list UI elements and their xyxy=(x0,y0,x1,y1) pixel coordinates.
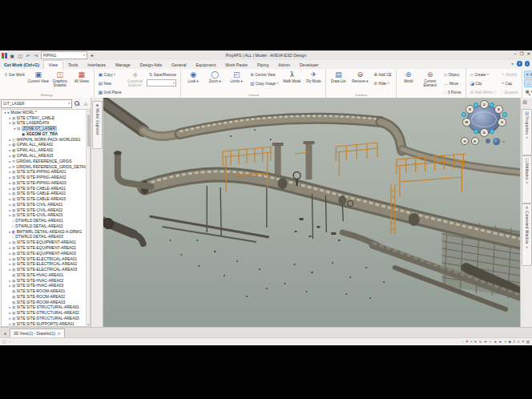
tree-item-site-site-electrical-area01[interactable]: ▸▦SITE SITE-ELECTRICAL-AREA01 xyxy=(2,256,90,262)
tab-piping[interactable]: Piping xyxy=(252,61,273,69)
nav-south-knob[interactable]: S xyxy=(498,118,506,127)
3d-viewport[interactable]: U N E W S D ⊕ ⊕ ▲ xyxy=(103,98,520,327)
tree-item-site-site-structural-area01[interactable]: ▸▦SITE SITE-STRUCTURAL-AREA01 xyxy=(2,305,90,311)
pin-icon[interactable]: ⊙ xyxy=(517,340,520,344)
tree-item-zone-gt-laser[interactable]: ▾▦ZONE GT_LASER xyxy=(2,126,90,131)
look-button[interactable]: ◉Look ▾ xyxy=(183,70,204,83)
clip-button[interactable]: ◪Clip xyxy=(468,79,498,87)
next-view-icon[interactable]: ► xyxy=(498,340,502,344)
grid-icon[interactable]: ▤ xyxy=(526,340,530,344)
nav-down-knob[interactable]: D xyxy=(480,128,489,137)
prev-view-icon[interactable]: ◄ xyxy=(494,340,497,344)
tree-item-site-site-civil-area03[interactable]: ▸▦SITE SITE-CIVIL-AREA03 xyxy=(2,213,90,219)
selection-mode-icon[interactable]: ▫ xyxy=(462,340,464,344)
graphics-drawlist-button[interactable]: ◫Graphics Drawlist xyxy=(50,70,71,87)
copy-image-button[interactable]: ▥Copy Image▾ xyxy=(248,79,280,87)
tree-item-site-site-hvac-area03[interactable]: ▸▦SITE SITE-HVAC-AREA03 xyxy=(2,284,90,289)
tree-item-site-site-room-area01[interactable]: ▦SITE SITE-ROOM-AREA01 xyxy=(2,288,90,294)
nav-east-knob[interactable]: E xyxy=(494,105,503,114)
undo-button[interactable]: ↶ xyxy=(25,52,31,59)
save-button[interactable]: ▣ xyxy=(9,52,15,59)
search-input[interactable]: G/T_LASER▾ xyxy=(1,99,72,108)
get-work-button[interactable]: ⇩Get Work xyxy=(2,71,27,79)
tree-item-gridwl-reference-grids[interactable]: ▸⊞GRIDWL REFERENCE_GRIDS xyxy=(2,159,90,164)
tab-command-window[interactable]: ACommand Window✕ xyxy=(522,204,532,266)
tree-item-site-site-cable-area02[interactable]: ▸▦SITE SITE-CABLE-AREA02 xyxy=(2,191,90,196)
tree-scrollbar[interactable]: ▪ ▾ xyxy=(86,110,90,326)
save-restore-button[interactable]: ⇅Save/Restore xyxy=(147,71,179,79)
create-button[interactable]: ▱Create▾ xyxy=(468,71,498,79)
nav-north-knob[interactable]: N xyxy=(466,105,474,114)
backstage-tab[interactable]: Get Work (Ctrl+G) xyxy=(0,61,43,69)
tab-view[interactable]: View xyxy=(43,60,63,69)
walk-icon[interactable]: λ xyxy=(514,340,515,344)
tree-item-site-site-equipment-area03[interactable]: ▸▦SITE SITE-EQUIPMENT-AREA03 xyxy=(2,251,90,256)
tab-attributes[interactable]: ◫Attributes✕ xyxy=(522,155,532,204)
fly-mode-button[interactable]: ✈Fly Mode xyxy=(303,70,324,83)
tree-item-bmtwrl-detail-area02-a-drwg[interactable]: ▸◧BMTWRL DETAIL-AREA02-A-DRWG xyxy=(2,229,90,235)
tab-developer[interactable]: Developer xyxy=(295,61,324,69)
tab-design-aids[interactable]: Design Aids xyxy=(135,61,167,69)
view-preset-combo[interactable]: ▾ xyxy=(147,79,176,87)
limits-button[interactable]: ◰Limits ▾ xyxy=(226,70,247,83)
tree-item-dtwrld-detail-area03[interactable]: □DTWRLD DETAIL-AREA03 xyxy=(2,235,90,240)
panel-grid-icon[interactable]: ⊞ xyxy=(522,99,527,106)
search-button[interactable] xyxy=(73,99,81,107)
pan-icon[interactable]: ✛ xyxy=(484,340,487,344)
pin-button[interactable]: ✚ xyxy=(89,52,95,59)
tab-manage[interactable]: Manage xyxy=(111,61,135,69)
new-button[interactable]: ▤New xyxy=(96,79,124,87)
all-views-button[interactable]: ▦All Views xyxy=(71,70,92,83)
session-button[interactable]: ◫ xyxy=(17,52,23,59)
3-points-button[interactable]: ∴3 Points xyxy=(441,88,464,96)
nav-up-knob[interactable]: U xyxy=(480,100,489,109)
annotate-button[interactable]: #Annotate xyxy=(524,71,532,79)
tree-item-site-site-civil-area01[interactable]: ▸▦SITE SITE-CIVIL-AREA01 xyxy=(2,202,90,208)
tab-model-explorer[interactable]: ◈ Model Explorer xyxy=(92,101,103,149)
tab-admin[interactable]: Admin xyxy=(273,61,295,69)
close-icon[interactable]: ✕ xyxy=(526,180,528,184)
orbit-icon[interactable]: ↻ xyxy=(479,340,482,344)
tree-item-gpwl-all-area01[interactable]: ▸▩GPWL ALL_AREA01 xyxy=(2,143,90,148)
tree-item-wkpkhl-work-pack-world001[interactable]: ▸◫WKPKHL WORK-PACK-WORLD001 xyxy=(2,137,90,143)
zoom-button[interactable]: ◯Zoom ▾ xyxy=(204,70,225,83)
centre-view-button[interactable]: ⊕Centre View xyxy=(248,71,280,79)
tree-item-site-site-piping-area03[interactable]: ▸▦SITE SITE-PIPING-AREA03 xyxy=(2,180,90,186)
tab-equipment[interactable]: Equipment xyxy=(191,61,221,69)
tree-item-dtwrld-detail-area02[interactable]: □DTWRLD DETAIL-AREA02 xyxy=(2,224,90,229)
tree-item-site-site-hvac-area01[interactable]: ▦SITE SITE-HVAC-AREA01 xyxy=(2,272,90,278)
tree-item-dtwrld-detail-area01[interactable]: □DTWRLD DETAIL-AREA01 xyxy=(2,218,90,224)
tree-item-site-site-civil-area02[interactable]: ▸▦SITE SITE-CIVIL-AREA02 xyxy=(2,208,90,213)
zoom-out-button[interactable]: ⊕ xyxy=(471,137,479,145)
tree-item-site-site-hvac-area02[interactable]: ▸▦SITE SITE-HVAC-AREA02 xyxy=(2,278,90,284)
flag-icon[interactable]: ⚑ xyxy=(466,340,469,344)
tree-item-site-site-supports-area01[interactable]: ▸▦SITE SITE-SUPPORTS-AREA01 xyxy=(2,321,90,327)
walk-mode-button[interactable]: λWalk Mode xyxy=(281,70,302,83)
snap-icon[interactable]: • xyxy=(470,340,472,344)
measure-icon[interactable]: ⌐ xyxy=(489,340,491,344)
tree-item-site-site-piping-area02[interactable]: ▸▦SITE SITE-PIPING-AREA02 xyxy=(2,175,90,180)
tab-properties[interactable]: ▤Properties✕ xyxy=(522,109,532,155)
tree-item-site-site-cable-area01[interactable]: ▸▦SITE SITE-CABLE-AREA01 xyxy=(2,186,90,191)
redo-button[interactable]: ↷ xyxy=(33,52,39,59)
close-tab-icon[interactable]: ✕ xyxy=(58,332,61,336)
tree-item-gpwl-all-area03[interactable]: ▸▩GPWL ALL_AREA03 xyxy=(2,153,90,159)
tab-work-packs[interactable]: Work Packs xyxy=(220,61,252,69)
tab-general[interactable]: General xyxy=(167,61,191,69)
tab-tools[interactable]: Tools xyxy=(63,61,83,69)
move-button[interactable]: →Move xyxy=(441,79,464,87)
layers-icon[interactable]: ≡ xyxy=(522,340,525,344)
tree-item-site-site-room-area03[interactable]: ▦SITE SITE-ROOM-AREA03 xyxy=(2,300,90,305)
object-button[interactable]: ◇Object xyxy=(441,71,464,79)
grid-plane-button[interactable]: ▦Grid Plane xyxy=(96,88,124,96)
tree-item-gridwl-reference-grids-detail[interactable]: ▸⊞GRIDWL REFERENCE_GRIDS_DETAIL xyxy=(2,164,90,170)
current-view-button[interactable]: ▣Current View xyxy=(28,70,49,83)
tab-interfaces[interactable]: Interfaces xyxy=(83,61,111,69)
tree-item-site-site-room-area02[interactable]: ▦SITE SITE-ROOM-AREA02 xyxy=(2,294,90,300)
zoom-in-button[interactable]: ⊕ xyxy=(461,137,469,145)
tree-item-site-site-structural-area02[interactable]: ▸▦SITE SITE-STRUCTURAL-AREA02 xyxy=(2,310,90,316)
tree-item-site-site-equipment-area01[interactable]: ▸▦SITE SITE-EQUIPMENT-AREA01 xyxy=(2,240,90,245)
globe-button[interactable] xyxy=(493,138,500,145)
help-icon[interactable]: ? xyxy=(517,61,522,66)
view-mode-dot[interactable] xyxy=(486,139,490,143)
